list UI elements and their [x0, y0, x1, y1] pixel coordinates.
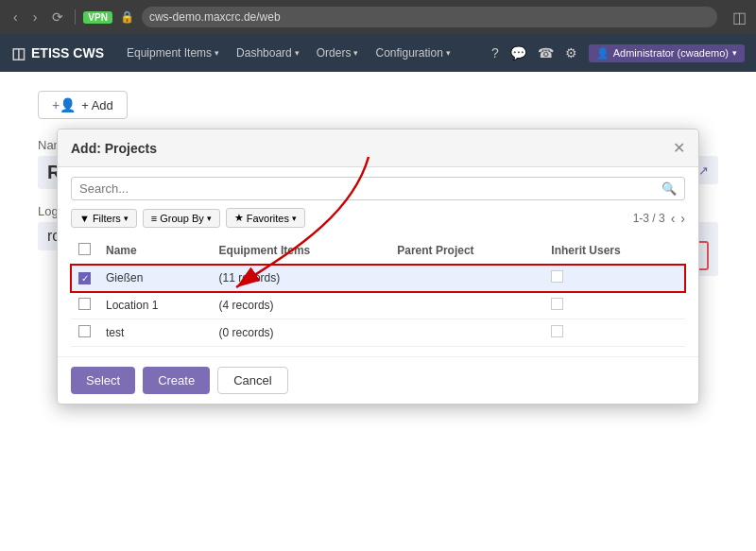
chevron-down-icon: ▾	[732, 48, 737, 58]
dialog-header: Add: Projects ✕	[58, 129, 698, 167]
search-input[interactable]	[79, 181, 662, 196]
table-row[interactable]: test (0 records)	[71, 319, 685, 347]
chevron-down-icon: ▾	[292, 214, 297, 223]
row-inherit	[543, 292, 685, 319]
search-icon[interactable]: 🔍	[662, 181, 677, 196]
filter-bar: ▼ Filters ▾ ≡ Group By ▾ ★ Favorites	[71, 208, 685, 228]
group-by-button[interactable]: ≡ Group By ▾	[143, 209, 220, 228]
address-bar[interactable]: cws-demo.maxcrc.de/web	[142, 7, 717, 27]
dialog-title: Add: Projects	[71, 141, 157, 156]
back-button[interactable]: ‹	[9, 8, 22, 26]
page-content: ◫ ETISS CWS Equipment Items ▾ Dashboard …	[0, 34, 756, 551]
row-inherit	[543, 319, 685, 347]
forward-button[interactable]: ›	[29, 8, 42, 26]
prev-page-button[interactable]: ‹	[671, 211, 676, 226]
group-icon: ≡	[151, 213, 157, 224]
app-header: ◫ ETISS CWS Equipment Items ▾ Dashboard …	[0, 34, 756, 72]
row-checkbox-cell	[71, 292, 98, 319]
dialog-body: 🔍 ▼ Filters ▾ ≡ Group By ▾	[58, 167, 698, 356]
col-parent-project: Parent Project	[389, 237, 543, 265]
table-row[interactable]: ✓ Gießen (11 records)	[71, 265, 685, 292]
row-parent	[389, 265, 543, 292]
user-menu[interactable]: 👤 Administrator (cwademo) ▾	[589, 44, 745, 62]
inherit-checkbox[interactable]	[551, 270, 563, 283]
nav-orders[interactable]: Orders ▾	[309, 43, 367, 63]
row-checkbox[interactable]	[78, 298, 91, 310]
select-all-header	[71, 237, 98, 265]
favorites-button[interactable]: ★ Favorites ▾	[226, 208, 305, 228]
filters-button[interactable]: ▼ Filters ▾	[71, 209, 137, 228]
row-checkbox-cell	[71, 319, 98, 347]
cancel-button[interactable]: Cancel	[217, 367, 287, 394]
url-text: cws-demo.maxcrc.de/web	[149, 10, 281, 24]
col-inherit-users: Inherit Users	[543, 237, 685, 265]
settings-icon[interactable]: ⚙	[565, 45, 577, 60]
create-button[interactable]: Create	[143, 367, 210, 394]
select-all-checkbox[interactable]	[78, 243, 91, 255]
row-parent	[389, 292, 543, 319]
main-nav: Equipment Items ▾ Dashboard ▾ Orders ▾ C…	[119, 43, 476, 63]
row-equipment: (0 records)	[212, 319, 390, 347]
grid-icon: ◫	[11, 44, 26, 62]
add-projects-dialog: Add: Projects ✕ 🔍 ▼ Filters ▾	[57, 129, 699, 405]
chevron-down-icon: ▾	[124, 214, 129, 223]
row-checkbox[interactable]	[78, 325, 91, 337]
chevron-down-icon: ▾	[207, 214, 212, 223]
inherit-checkbox[interactable]	[551, 325, 563, 337]
row-name: Location 1	[98, 292, 212, 319]
lock-icon: 🔒	[120, 10, 134, 24]
browser-bar: ‹ › ⟳ VPN 🔒 cws-demo.maxcrc.de/web ◫	[0, 0, 756, 34]
external-link-icon[interactable]: ↗	[698, 164, 709, 178]
app-logo: ◫ ETISS CWS	[11, 44, 104, 62]
row-checkbox[interactable]: ✓	[78, 272, 91, 284]
row-equipment: (11 records)	[212, 265, 390, 292]
chevron-down-icon: ▾	[353, 48, 358, 58]
add-user-icon: +👤	[52, 97, 76, 112]
filter-controls: ▼ Filters ▾ ≡ Group By ▾ ★ Favorites	[71, 208, 305, 228]
vpn-badge: VPN	[83, 11, 112, 24]
add-button-label: + Add	[81, 98, 113, 112]
select-button[interactable]: Select	[71, 367, 135, 394]
help-icon[interactable]: ?	[491, 45, 499, 60]
user-avatar-icon: 👤	[596, 47, 610, 60]
pagination: 1-3 / 3 ‹ ›	[633, 211, 685, 226]
dialog-footer: Select Create Cancel	[58, 356, 698, 404]
inherit-checkbox[interactable]	[551, 298, 563, 310]
table-header-row: Name Equipment Items Parent Project Inhe…	[71, 237, 685, 265]
chat-icon[interactable]: 💬	[510, 45, 526, 60]
extensions-icon[interactable]: ◫	[732, 9, 747, 26]
row-inherit	[543, 265, 685, 292]
row-checkbox-cell: ✓	[71, 265, 98, 292]
chevron-down-icon: ▾	[215, 48, 219, 58]
table-row[interactable]: Location 1 (4 records)	[71, 292, 685, 319]
filter-icon: ▼	[79, 213, 90, 224]
row-name: test	[98, 319, 212, 347]
col-equipment-items: Equipment Items	[212, 237, 390, 265]
pagination-text: 1-3 / 3	[633, 212, 665, 225]
header-actions: ? 💬 ☎ ⚙ 👤 Administrator (cwademo) ▾	[491, 44, 745, 62]
chevron-down-icon: ▾	[446, 48, 451, 58]
projects-table: Name Equipment Items Parent Project Inhe…	[71, 237, 685, 347]
nav-dashboard[interactable]: Dashboard ▾	[229, 43, 307, 63]
add-button[interactable]: +👤 + Add	[38, 91, 128, 119]
next-page-button[interactable]: ›	[680, 211, 685, 226]
search-bar: 🔍	[71, 177, 685, 200]
star-icon: ★	[234, 212, 244, 224]
nav-equipment-items[interactable]: Equipment Items ▾	[119, 43, 227, 63]
row-parent	[389, 319, 543, 347]
reload-button[interactable]: ⟳	[48, 8, 67, 26]
app-title: ETISS CWS	[31, 45, 104, 60]
col-name: Name	[98, 237, 212, 265]
chevron-down-icon: ▾	[295, 48, 300, 58]
user-name: Administrator (cwademo)	[613, 47, 729, 59]
nav-configuration[interactable]: Configuration ▾	[368, 43, 457, 63]
dialog-close-button[interactable]: ✕	[673, 139, 685, 157]
bell-icon[interactable]: ☎	[538, 45, 554, 60]
main-form: +👤 + Add Name Roland Template Administra…	[0, 72, 756, 551]
row-equipment: (4 records)	[212, 292, 390, 319]
row-name: Gießen	[98, 265, 212, 292]
